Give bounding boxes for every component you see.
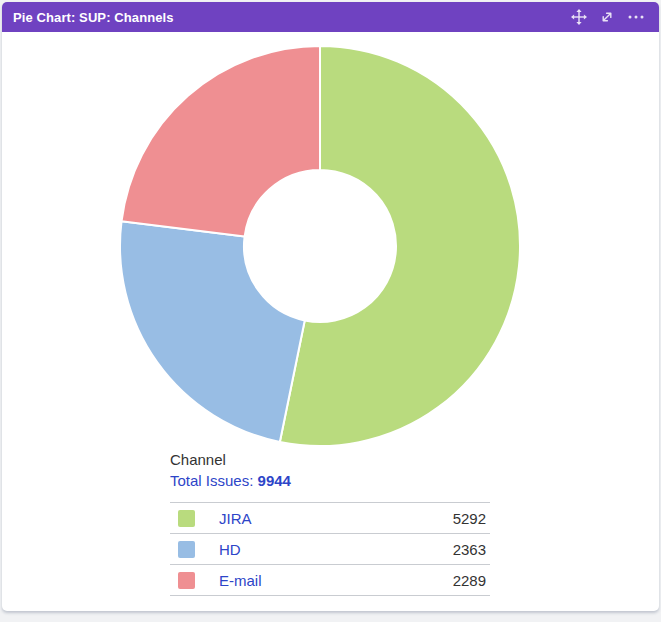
legend-label-link[interactable]: JIRA [219, 510, 252, 527]
stat-type-label: Channel [170, 449, 291, 470]
more-icon[interactable] [627, 10, 645, 24]
total-issues-prefix: Total Issues: [170, 472, 253, 489]
legend-color-swatch [178, 510, 195, 527]
legend-label-link[interactable]: HD [219, 541, 241, 558]
legend-table-body: JIRA5292HD2363E-mail2289 [170, 503, 490, 596]
legend-label-link[interactable]: E-mail [219, 572, 262, 589]
legend-value: 2289 [374, 565, 490, 596]
gadget-header-actions [571, 9, 645, 25]
gadget-title: Pie Chart: SUP: Channels [13, 10, 174, 25]
pie-slice-e-mail[interactable] [122, 46, 320, 237]
legend-color-swatch [178, 572, 195, 589]
legend-table: JIRA5292HD2363E-mail2289 [170, 502, 490, 596]
move-icon[interactable] [571, 9, 587, 25]
pie-chart-gadget: Pie Chart: SUP: Channels [2, 2, 659, 611]
expand-icon[interactable] [600, 10, 614, 24]
total-issues-value: 9944 [258, 472, 291, 489]
pie-slice-hd[interactable] [120, 221, 305, 442]
legend-row: E-mail2289 [170, 565, 490, 596]
gadget-header: Pie Chart: SUP: Channels [2, 2, 659, 32]
legend-value: 5292 [374, 503, 490, 534]
legend-row: JIRA5292 [170, 503, 490, 534]
legend-row: HD2363 [170, 534, 490, 565]
legend-value: 2363 [374, 534, 490, 565]
chart-summary: Channel Total Issues: 9944 [170, 449, 291, 491]
legend-color-swatch [178, 541, 195, 558]
pie-chart [110, 36, 530, 456]
total-issues-link[interactable]: Total Issues: 9944 [170, 470, 291, 491]
